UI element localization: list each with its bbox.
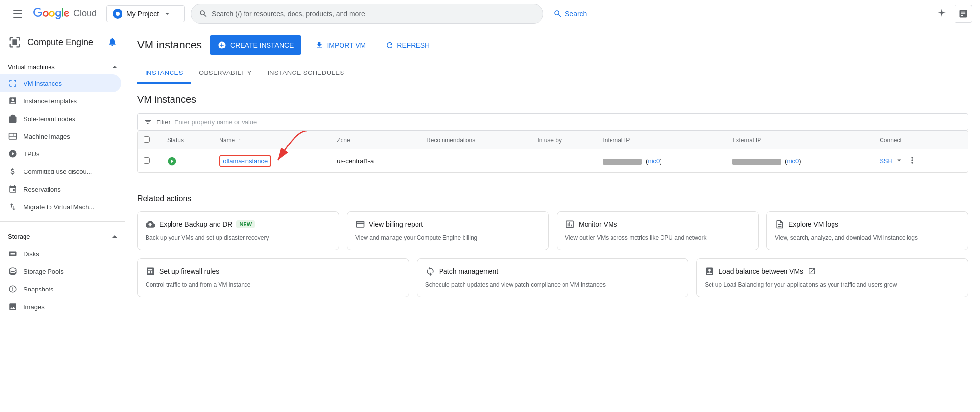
import-vm-button[interactable]: IMPORT VM bbox=[309, 35, 371, 55]
create-instance-icon bbox=[218, 41, 226, 49]
sidebar-item-machine-images[interactable]: Machine images bbox=[0, 127, 121, 145]
monitor-title: Monitor VMs bbox=[565, 219, 750, 229]
vm-table-container: Status Name ↑ Zone Recommendations In us… bbox=[137, 131, 968, 173]
main-layout: Compute Engine Virtual machines VM insta… bbox=[0, 27, 980, 412]
sidebar-item-vm-instances[interactable]: VM instances bbox=[0, 74, 121, 92]
virtual-machines-section: Virtual machines VM instances Instance t… bbox=[0, 55, 125, 219]
machine-images-icon bbox=[8, 131, 18, 141]
sole-tenant-icon bbox=[8, 114, 18, 123]
backup-dr-desc: Back up your VMs and set up disaster rec… bbox=[146, 233, 331, 242]
logs-title: Explore VM logs bbox=[775, 219, 960, 229]
account-icon bbox=[958, 9, 968, 19]
external-ip-nic0-link[interactable]: nic0 bbox=[787, 157, 799, 165]
search-bar[interactable] bbox=[191, 4, 543, 24]
top-bar: Cloud My Project Search bbox=[0, 0, 980, 27]
action-card-billing[interactable]: View billing report View and manage your… bbox=[347, 211, 549, 250]
sidebar-item-label-images: Images bbox=[24, 303, 45, 311]
menu-button[interactable] bbox=[8, 4, 27, 24]
tabs: INSTANCES OBSERVABILITY INSTANCE SCHEDUL… bbox=[125, 63, 980, 84]
loadbalance-title: Load balance between VMs bbox=[705, 267, 960, 276]
action-card-backup-dr[interactable]: Explore Backup and DR NEW Back up your V… bbox=[137, 211, 339, 250]
tab-observability[interactable]: OBSERVABILITY bbox=[191, 63, 260, 84]
compute-engine-icon bbox=[8, 35, 22, 49]
row-connect-cell[interactable]: SSH bbox=[874, 149, 968, 173]
row-checkbox-cell[interactable] bbox=[138, 149, 161, 173]
internal-ip-nic0-link[interactable]: nic0 bbox=[648, 157, 660, 165]
notification-bell[interactable] bbox=[107, 37, 117, 48]
action-card-loadbalance[interactable]: Load balance between VMs Set up Load Bal… bbox=[696, 258, 968, 297]
storage-title: Storage bbox=[8, 233, 30, 240]
external-ip-redacted bbox=[732, 159, 781, 165]
search-input[interactable] bbox=[212, 10, 535, 18]
google-cloud-logo[interactable]: Cloud bbox=[33, 8, 97, 20]
instance-name-link[interactable]: ollama-instance bbox=[219, 155, 271, 167]
name-header[interactable]: Name ↑ bbox=[213, 131, 331, 149]
search-button[interactable]: Search bbox=[549, 7, 590, 20]
sidebar-item-reservations[interactable]: Reservations bbox=[0, 180, 121, 198]
action-card-logs[interactable]: Explore VM logs View, search, analyze, a… bbox=[766, 211, 968, 250]
ssh-button[interactable]: SSH bbox=[880, 157, 893, 165]
vm-content: VM instances Filter Status bbox=[125, 84, 980, 183]
table-row: ollama-instance bbox=[138, 149, 968, 173]
more-options-button[interactable] bbox=[906, 154, 919, 168]
filter-input[interactable] bbox=[174, 119, 962, 126]
refresh-button[interactable]: REFRESH bbox=[379, 35, 436, 55]
sidebar-item-tpus[interactable]: TPUs bbox=[0, 145, 121, 163]
sidebar-item-instance-templates[interactable]: Instance templates bbox=[0, 92, 121, 110]
sidebar-item-disks[interactable]: Disks bbox=[0, 245, 121, 263]
gemini-button[interactable] bbox=[933, 5, 951, 23]
status-header: Status bbox=[161, 131, 213, 149]
patch-title: Patch management bbox=[425, 267, 681, 276]
connect-header: Connect bbox=[874, 131, 968, 149]
action-card-patch[interactable]: Patch management Schedule patch updates … bbox=[417, 258, 689, 297]
import-vm-icon bbox=[315, 41, 324, 49]
row-zone-cell: us-central1-a bbox=[331, 149, 420, 173]
content-header: VM instances CREATE INSTANCE IMPORT VM R… bbox=[125, 27, 980, 63]
committed-use-icon bbox=[8, 167, 18, 176]
create-instance-button[interactable]: CREATE INSTANCE bbox=[210, 35, 301, 55]
sidebar-item-label-disks: Disks bbox=[24, 250, 39, 258]
action-card-firewall[interactable]: Set up firewall rules Control traffic to… bbox=[137, 258, 409, 297]
storage-pools-icon bbox=[8, 267, 18, 276]
billing-desc: View and manage your Compute Engine bill… bbox=[355, 233, 540, 242]
row-name-cell[interactable]: ollama-instance bbox=[213, 149, 331, 173]
actions-grid-row1: Explore Backup and DR NEW Back up your V… bbox=[137, 211, 968, 250]
sidebar-item-snapshots[interactable]: Snapshots bbox=[0, 280, 121, 298]
virtual-machines-header[interactable]: Virtual machines bbox=[0, 59, 125, 74]
project-name-label: My Project bbox=[126, 10, 159, 18]
migrate-icon bbox=[8, 202, 18, 212]
sidebar: Compute Engine Virtual machines VM insta… bbox=[0, 27, 125, 412]
action-card-monitor[interactable]: Monitor VMs View outlier VMs across metr… bbox=[557, 211, 759, 250]
select-all-checkbox[interactable] bbox=[144, 136, 150, 143]
sidebar-item-label-storage-pools: Storage Pools bbox=[24, 268, 64, 275]
tab-instance-schedules[interactable]: INSTANCE SCHEDULES bbox=[260, 63, 352, 84]
storage-header[interactable]: Storage bbox=[0, 228, 125, 245]
monitor-icon bbox=[565, 219, 575, 229]
related-actions-title: Related actions bbox=[137, 194, 968, 203]
row-checkbox[interactable] bbox=[144, 157, 150, 164]
billing-title: View billing report bbox=[355, 219, 540, 229]
disks-icon bbox=[8, 249, 18, 259]
sidebar-item-images[interactable]: Images bbox=[0, 298, 121, 315]
google-logo-svg bbox=[33, 8, 70, 20]
filter-bar[interactable]: Filter bbox=[137, 113, 968, 131]
virtual-machines-title: Virtual machines bbox=[8, 63, 55, 71]
sparkle-icon bbox=[936, 8, 948, 20]
name-sort-icon: ↑ bbox=[239, 137, 242, 143]
sidebar-item-committed-use[interactable]: Committed use discou... bbox=[0, 163, 121, 180]
account-button[interactable] bbox=[955, 5, 972, 23]
ssh-dropdown-btn[interactable] bbox=[895, 156, 904, 166]
sidebar-item-storage-pools[interactable]: Storage Pools bbox=[0, 263, 121, 280]
sidebar-item-migrate[interactable]: Migrate to Virtual Mach... bbox=[0, 198, 121, 216]
related-actions-section: Related actions Explore Backup and DR NE… bbox=[125, 183, 980, 309]
status-running-icon bbox=[167, 156, 207, 166]
sidebar-item-sole-tenant[interactable]: Sole-tenant nodes bbox=[0, 110, 121, 127]
vm-table: Status Name ↑ Zone Recommendations In us… bbox=[138, 131, 968, 172]
row-status-cell bbox=[161, 149, 213, 173]
zone-header: Zone bbox=[331, 131, 420, 149]
tab-instances[interactable]: INSTANCES bbox=[137, 63, 191, 84]
sidebar-header: Compute Engine bbox=[0, 27, 125, 55]
row-recommendations-cell bbox=[420, 149, 532, 173]
select-all-header[interactable] bbox=[138, 131, 161, 149]
project-selector[interactable]: My Project bbox=[106, 5, 185, 22]
